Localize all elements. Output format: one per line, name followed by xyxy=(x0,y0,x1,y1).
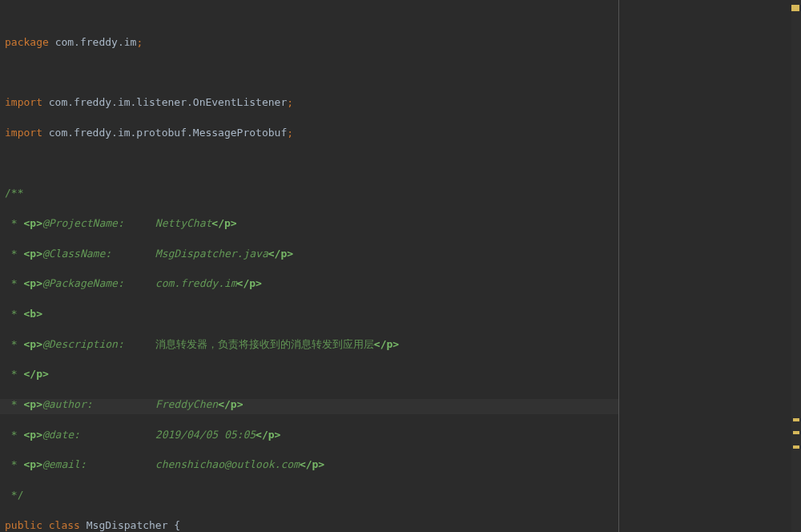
doc-value: chenshichao@outlook.com xyxy=(155,458,300,470)
doc-value: NettyChat xyxy=(155,217,211,229)
html-tag: <p> xyxy=(23,338,42,350)
doc-label: @date: xyxy=(42,429,80,441)
right-margin-line xyxy=(618,0,619,532)
doc-spacing xyxy=(124,217,155,229)
doc-spacing xyxy=(124,338,155,350)
keyword-public: public xyxy=(5,519,49,531)
html-tag: <p> xyxy=(23,248,42,260)
html-tag: </p> xyxy=(300,458,324,470)
semicolon: ; xyxy=(287,127,293,139)
doc-label: @PackageName: xyxy=(42,277,124,289)
doc-spacing xyxy=(87,458,155,470)
doc-value: com.freddy.im xyxy=(155,277,237,289)
javadoc-star: * xyxy=(5,277,23,289)
import-path: com.freddy.im.protobuf.MessageProtobuf xyxy=(49,127,287,139)
doc-value: 2019/04/05 05:05 xyxy=(155,429,256,441)
html-tag: </p> xyxy=(23,368,48,380)
right-pane xyxy=(618,0,801,532)
doc-label: @email: xyxy=(42,458,87,470)
javadoc-star: * xyxy=(5,429,23,441)
html-tag: <p> xyxy=(23,277,42,289)
html-tag: </p> xyxy=(237,277,262,289)
html-tag: </p> xyxy=(268,248,293,260)
keyword-class: class xyxy=(49,519,87,531)
package-name: com.freddy.im xyxy=(55,36,137,48)
javadoc-star: * xyxy=(5,338,23,350)
html-tag: <b> xyxy=(23,308,42,320)
html-tag: <p> xyxy=(23,458,42,470)
javadoc-close: */ xyxy=(5,489,23,501)
keyword-import: import xyxy=(5,127,49,139)
scrollbar-track[interactable] xyxy=(791,0,801,532)
javadoc-star: * xyxy=(5,458,23,470)
doc-spacing xyxy=(124,277,155,289)
keyword-import: import xyxy=(5,96,49,108)
doc-label: @ProjectName: xyxy=(42,217,124,229)
semicolon: ; xyxy=(136,36,143,48)
code-editor[interactable]: package com.freddy.im; import com.freddy… xyxy=(0,0,801,532)
doc-spacing xyxy=(80,429,155,441)
doc-spacing xyxy=(111,248,155,260)
javadoc-star: * xyxy=(5,368,23,380)
doc-label: @ClassName: xyxy=(42,248,111,260)
html-tag: </p> xyxy=(256,429,280,441)
html-tag: <p> xyxy=(23,217,42,229)
doc-value: MsgDispatcher.java xyxy=(155,248,268,260)
doc-value: 消息转发器，负责将接收到的消息转发到应用层 xyxy=(155,338,374,350)
import-path: com.freddy.im.listener.OnEventListener xyxy=(49,96,287,108)
javadoc-star: * xyxy=(5,217,23,229)
doc-value: FreddyChen xyxy=(155,398,218,410)
keyword-package: package xyxy=(5,36,55,48)
gutter-marker[interactable] xyxy=(793,418,799,421)
javadoc-open: /** xyxy=(5,187,23,199)
semicolon: ; xyxy=(287,96,293,108)
html-tag: </p> xyxy=(211,217,236,229)
javadoc-star: * xyxy=(5,248,23,260)
gutter-marker[interactable] xyxy=(791,5,799,11)
html-tag: </p> xyxy=(374,338,399,350)
html-tag: </p> xyxy=(218,398,243,410)
javadoc-star: * xyxy=(5,308,23,320)
html-tag: <p> xyxy=(23,398,42,410)
html-tag: <p> xyxy=(23,429,42,441)
gutter-marker[interactable] xyxy=(793,445,799,449)
doc-spacing xyxy=(93,398,155,410)
class-name: MsgDispatcher xyxy=(87,519,168,531)
brace: { xyxy=(168,519,181,531)
gutter-marker[interactable] xyxy=(793,431,799,434)
code-area[interactable]: package com.freddy.im; import com.freddy… xyxy=(0,0,618,532)
doc-label: @Description: xyxy=(42,338,124,350)
doc-label: @author: xyxy=(42,398,93,410)
javadoc-star: * xyxy=(5,398,23,410)
